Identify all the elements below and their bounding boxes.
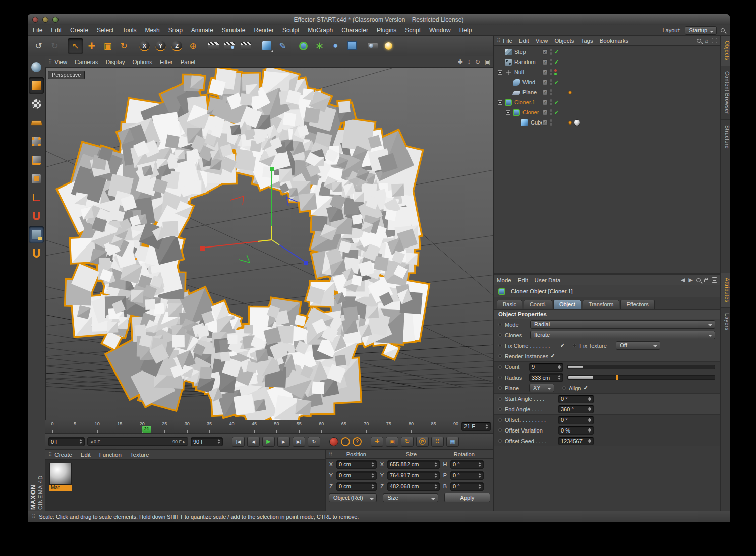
- metaball-button[interactable]: ●: [328, 38, 343, 54]
- enable-toggle[interactable]: ✓: [542, 49, 548, 55]
- timeline-range-slider[interactable]: ◂ 0 F90 F ▸: [87, 437, 188, 446]
- attr-add-panel-icon[interactable]: [712, 277, 717, 283]
- expand-toggle-icon[interactable]: [498, 70, 502, 75]
- array-button[interactable]: [344, 38, 360, 54]
- z-axis-lock[interactable]: Z: [169, 38, 185, 54]
- menu-snap[interactable]: Snap: [168, 27, 183, 34]
- attr-search-icon[interactable]: [696, 278, 701, 282]
- offset-seed-field[interactable]: 1234567: [558, 437, 594, 445]
- goto-end-button[interactable]: ▶|: [293, 437, 305, 447]
- expand-toggle-icon[interactable]: [506, 110, 510, 115]
- checkbox-checked-icon[interactable]: ✓: [550, 353, 555, 359]
- key-position-button[interactable]: ✚: [371, 437, 383, 447]
- keyframe-dot-icon[interactable]: [498, 376, 502, 379]
- key-scale-button[interactable]: ▣: [386, 437, 398, 447]
- keyframe-dot-icon[interactable]: [498, 354, 502, 358]
- stepper-down-icon[interactable]: [478, 465, 481, 467]
- menu-file[interactable]: File: [33, 27, 42, 34]
- panel-grip-icon[interactable]: ⠿: [497, 38, 500, 43]
- live-selection-tool[interactable]: ↖: [68, 38, 83, 54]
- add-cube-button[interactable]: [259, 38, 274, 54]
- stepper-up-icon[interactable]: [588, 439, 591, 441]
- keyframe-dot-icon[interactable]: [498, 344, 502, 347]
- side-tab-content-browser[interactable]: Content Browser: [721, 66, 730, 120]
- loop-button[interactable]: ↻: [308, 437, 320, 447]
- stepper-up-icon[interactable]: [371, 484, 374, 486]
- menu-script[interactable]: Script: [405, 27, 421, 34]
- material-menu-function[interactable]: Function: [99, 452, 122, 458]
- stepper-up-icon[interactable]: [485, 424, 488, 426]
- tab-effectors[interactable]: Effectors: [620, 300, 654, 309]
- x-axis-lock[interactable]: X: [137, 38, 152, 54]
- rotate-view-icon[interactable]: ↻: [475, 58, 480, 66]
- viewport-nav-icon[interactable]: [29, 58, 44, 75]
- previous-key-button[interactable]: ◀: [247, 437, 260, 447]
- visibility-dots[interactable]: [550, 49, 552, 55]
- enabled-check-icon[interactable]: ✓: [554, 109, 559, 116]
- mograph-effector-button[interactable]: ∗: [312, 38, 327, 54]
- menu-plugins[interactable]: Plugins: [377, 27, 396, 34]
- dolly-view-icon[interactable]: ↕: [468, 58, 471, 66]
- om-menu-file[interactable]: File: [503, 38, 512, 44]
- keyframe-dot-icon[interactable]: [562, 386, 566, 390]
- snapping-button[interactable]: [29, 245, 44, 262]
- toggle-panel-icon[interactable]: ▣: [485, 58, 490, 66]
- material-menu-create[interactable]: Create: [54, 452, 72, 458]
- stepper-up-icon[interactable]: [478, 484, 481, 486]
- stepper-down-icon[interactable]: [588, 420, 591, 422]
- camera-button[interactable]: [365, 38, 380, 54]
- stepper-down-icon[interactable]: [478, 476, 481, 478]
- layout-dropdown[interactable]: Startup: [685, 26, 717, 35]
- size-z-field[interactable]: 482.068 cm: [387, 482, 440, 491]
- attr-menu-edit[interactable]: Edit: [518, 277, 528, 283]
- viewport-menu-options[interactable]: Options: [132, 59, 152, 65]
- material-menu-edit[interactable]: Edit: [81, 452, 91, 458]
- visibility-dots-colored[interactable]: [554, 69, 557, 75]
- menu-help[interactable]: Help: [459, 27, 472, 34]
- keyframe-dot-icon[interactable]: [498, 397, 502, 401]
- edges-mode-button[interactable]: [29, 152, 44, 168]
- stepper-down-icon[interactable]: [371, 476, 374, 478]
- menu-render[interactable]: Render: [254, 27, 274, 34]
- timeline-start-field[interactable]: 0 F: [48, 437, 85, 446]
- menu-tools[interactable]: Tools: [122, 27, 136, 34]
- start-angle-field[interactable]: 0 °: [558, 395, 594, 403]
- viewport-menu-display[interactable]: Display: [106, 59, 125, 65]
- stepper-down-icon[interactable]: [558, 367, 561, 369]
- rotation-b-field[interactable]: 0 °: [450, 482, 484, 491]
- object-row-cloner-1[interactable]: Cloner.1✓✓: [494, 97, 720, 107]
- enable-toggle[interactable]: ✓: [542, 70, 548, 75]
- keyframe-dot-icon[interactable]: [498, 365, 502, 369]
- attr-back-icon[interactable]: ◀: [681, 277, 685, 283]
- visibility-dots[interactable]: [550, 69, 552, 75]
- material-item[interactable]: Mat: [49, 463, 73, 491]
- object-row-plane[interactable]: Plane✓: [494, 87, 720, 97]
- move-tool[interactable]: ✚: [84, 38, 99, 54]
- offset-field[interactable]: 0 °: [558, 416, 594, 424]
- key-rotation-button[interactable]: ↻: [401, 437, 414, 447]
- polygons-mode-button[interactable]: [29, 170, 44, 187]
- mograph-cloner-button[interactable]: [296, 38, 311, 54]
- position-y-field[interactable]: 0 cm: [336, 471, 377, 480]
- clones-dropdown[interactable]: Iterate: [530, 331, 715, 339]
- timeline-ruler[interactable]: 0510152025303540455055606570758085902121…: [45, 420, 493, 434]
- tab-transform[interactable]: Transform: [583, 300, 620, 309]
- enable-toggle[interactable]: ✓: [542, 90, 548, 95]
- stepper-up-icon[interactable]: [217, 439, 220, 441]
- light-button[interactable]: [381, 38, 396, 54]
- stepper-up-icon[interactable]: [558, 365, 561, 367]
- stepper-up-icon[interactable]: [79, 439, 82, 441]
- stepper-down-icon[interactable]: [434, 465, 437, 467]
- object-row-cloner[interactable]: Cloner✓✓: [494, 107, 720, 117]
- enable-toggle[interactable]: ✓: [542, 120, 548, 126]
- stepper-up-icon[interactable]: [558, 375, 561, 377]
- viewport-3d[interactable]: [45, 68, 494, 421]
- attr-lock-icon[interactable]: [704, 279, 708, 282]
- visibility-dots[interactable]: [550, 119, 552, 126]
- enable-toggle[interactable]: ✓: [542, 80, 548, 85]
- normal-move-button[interactable]: [29, 208, 44, 224]
- menu-animate[interactable]: Animate: [191, 27, 213, 34]
- minimize-window-button[interactable]: [42, 17, 48, 23]
- workplane-mode-button[interactable]: [29, 114, 44, 131]
- position-x-field[interactable]: 0 cm: [336, 460, 377, 469]
